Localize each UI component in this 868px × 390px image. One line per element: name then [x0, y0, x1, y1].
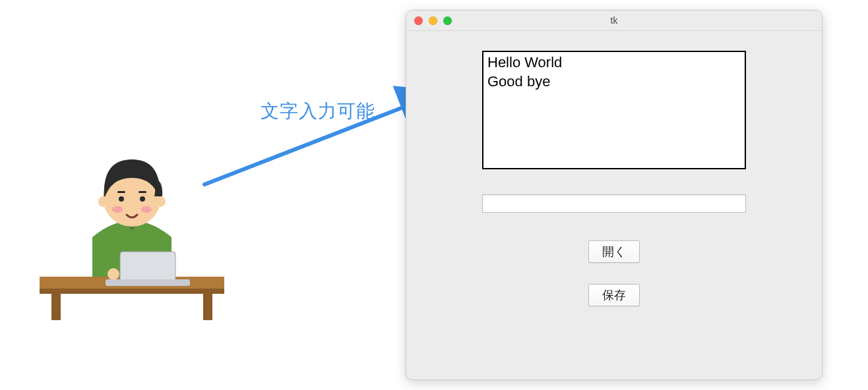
window-title: tk [406, 15, 822, 26]
svg-point-13 [119, 196, 124, 202]
annotation-label: 文字入力可能 [261, 99, 375, 124]
text-widget[interactable] [482, 51, 746, 169]
entry-field[interactable] [482, 194, 746, 213]
svg-point-9 [98, 196, 109, 207]
zoom-icon[interactable] [443, 16, 452, 25]
svg-point-14 [140, 196, 145, 202]
close-icon[interactable] [414, 16, 423, 25]
svg-rect-16 [139, 191, 146, 193]
window-controls [414, 16, 452, 25]
svg-point-12 [141, 206, 152, 213]
open-button[interactable]: 開く [588, 240, 640, 263]
typing-person-illustration [40, 138, 224, 323]
svg-rect-7 [106, 279, 190, 286]
svg-point-10 [155, 196, 166, 207]
save-button[interactable]: 保存 [588, 284, 640, 306]
tk-window: tk 開く 保存 [406, 10, 822, 380]
svg-point-4 [108, 268, 119, 280]
minimize-icon[interactable] [429, 16, 437, 25]
svg-rect-1 [40, 289, 224, 294]
window-titlebar[interactable]: tk [406, 11, 822, 31]
svg-rect-15 [117, 191, 125, 193]
svg-rect-3 [203, 294, 212, 320]
svg-rect-2 [51, 294, 61, 320]
svg-point-11 [112, 206, 123, 213]
window-client-area: 開く 保存 [406, 31, 822, 306]
